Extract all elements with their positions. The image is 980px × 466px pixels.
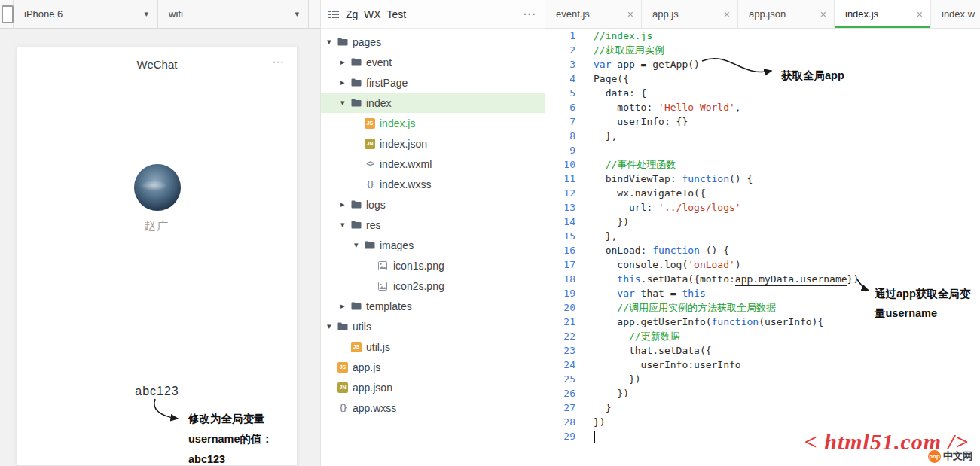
line-number: 29 [545,429,575,443]
caret-down-icon[interactable]: ▾ [327,37,337,47]
close-icon[interactable]: × [719,8,730,20]
line-number: 6 [545,100,575,114]
line-number: 5 [545,86,575,100]
tab-index.js[interactable]: index.js× [835,0,931,28]
tree-item-res[interactable]: ▾res [321,215,545,235]
caret-right-icon[interactable]: ▸ [340,57,351,67]
tree-item-label: utils [353,321,371,333]
tree-item-utils[interactable]: ▾utils [321,316,545,337]
tree-item-event[interactable]: ▸event [321,52,545,72]
more-options-icon[interactable]: ⋯ [523,6,536,22]
code-line[interactable]: userInfo: {} [594,114,980,129]
code-line[interactable]: //index.js [594,29,980,43]
line-number: 3 [545,57,575,72]
code-line[interactable]: onLoad: function () { [594,243,980,257]
code-line[interactable] [594,143,980,157]
code-line[interactable]: }, [594,129,980,143]
tree-item-icon1s.png[interactable]: icon1s.png [321,255,545,276]
network-selector[interactable]: wifi ▾ [158,0,309,28]
tree-item-label: index [366,97,391,109]
code-editor[interactable]: 1234567891011121314151617181920212223242… [545,29,980,466]
tree-item-index.json[interactable]: JNindex.json [321,133,545,154]
tree-item-label: templates [366,300,412,312]
tree-item-index.wxml[interactable]: <>index.wxml [321,154,545,174]
tab-index.w[interactable]: index.w [931,0,980,28]
folder-icon [351,221,366,229]
line-number: 10 [545,157,575,172]
code-line[interactable]: } [594,401,980,415]
tab-event.js[interactable]: event.js× [545,0,642,28]
device-selector[interactable]: iPhone 6 ▾ [14,0,158,28]
chevron-down-icon: ▾ [144,9,148,19]
php-logo-icon: php [928,450,941,463]
tree-item-util.js[interactable]: JSutil.js [321,337,545,357]
code-line[interactable]: }, [594,229,980,243]
code-line[interactable]: userInfo:userInfo [594,358,980,372]
tree-item-app.json[interactable]: JNapp.json [321,377,545,397]
line-number: 21 [545,315,575,329]
code-line[interactable]: console.log('onLoad') [594,257,980,272]
tree-item-pages[interactable]: ▾pages [321,32,545,52]
tree-item-templates[interactable]: ▸templates [321,296,545,316]
line-number: 24 [545,358,575,372]
code-line[interactable]: }) [594,386,980,401]
note-line: abc123 [188,449,273,466]
tab-app.js[interactable]: app.js× [642,0,738,28]
tree-item-label: app.js [353,361,380,373]
tree-item-app.wxss[interactable]: { }app.wxss [321,397,545,418]
tree-item-label: pages [353,36,381,48]
simulator-toolbar: iPhone 6 ▾ wifi ▾ [0,0,320,29]
tree-item-logs[interactable]: ▸logs [321,194,545,215]
code-line[interactable]: //事件处理函数 [594,157,980,172]
line-number: 11 [545,172,575,186]
close-icon[interactable]: × [912,8,923,20]
code-line[interactable]: motto: 'Hello World', [594,100,980,114]
line-number: 17 [545,257,575,272]
code-line[interactable]: //更新数据 [594,329,980,343]
line-number: 26 [545,386,575,401]
caret-right-icon[interactable]: ▸ [340,78,351,87]
tree-item-firstPage[interactable]: ▸firstPage [321,72,545,93]
line-number: 1 [545,29,575,43]
code-line[interactable]: wx.navigateTo({ [594,186,980,200]
tree-item-label: icon2s.png [393,280,444,292]
tree-item-index.wxss[interactable]: { }index.wxss [321,174,545,194]
code-line[interactable]: }) [594,372,980,386]
code-line[interactable]: bindViewTap: function() { [594,172,980,186]
close-icon[interactable]: × [623,8,633,20]
caret-right-icon[interactable]: ▸ [340,301,351,311]
note-line: username的值： [188,429,273,449]
close-icon[interactable]: × [816,8,826,20]
code-line[interactable]: }) [594,415,980,429]
tree-item-app.js[interactable]: JSapp.js [321,357,545,377]
note-line: 修改为全局变量 [188,409,273,429]
caret-down-icon[interactable]: ▾ [354,240,365,250]
tree-item-index[interactable]: ▾index [321,93,545,113]
file-tree: ▾pages▸event▸firstPage▾indexJSindex.jsJN… [321,29,545,466]
wxss-file-icon: { } [365,180,375,188]
caret-down-icon[interactable]: ▾ [327,321,337,331]
tree-item-images[interactable]: ▾images [321,235,545,255]
code-line[interactable]: //获取应用实例 [594,43,980,57]
code-line[interactable]: that.setData({ [594,343,980,358]
editor-panel: event.js×app.js×app.json×index.js×index.… [545,0,980,466]
code-line[interactable]: }) [594,215,980,229]
line-number: 25 [545,372,575,386]
line-number: 9 [545,143,575,157]
caret-down-icon[interactable]: ▾ [340,220,351,230]
tab-app.json[interactable]: app.json× [738,0,835,28]
tree-item-icon2s.png[interactable]: icon2s.png [321,276,545,296]
caret-down-icon[interactable]: ▾ [340,98,351,108]
caret-right-icon[interactable]: ▸ [340,199,351,209]
tab-label: event.js [556,8,590,20]
tab-label: app.json [749,8,786,20]
phone-nav-bar: WeChat ••• [17,47,297,81]
user-avatar[interactable] [134,164,181,211]
phone-screen: WeChat ••• 赵广 abc123 [17,47,298,466]
folder-icon [351,302,366,310]
tree-item-label: util.js [366,341,390,353]
tree-item-index.js[interactable]: JSindex.js [321,113,545,133]
code-line[interactable]: url: '../logs/logs' [594,200,980,215]
php-cn-logo: php 中文网 [928,449,972,463]
code-line[interactable]: data: { [594,86,980,100]
